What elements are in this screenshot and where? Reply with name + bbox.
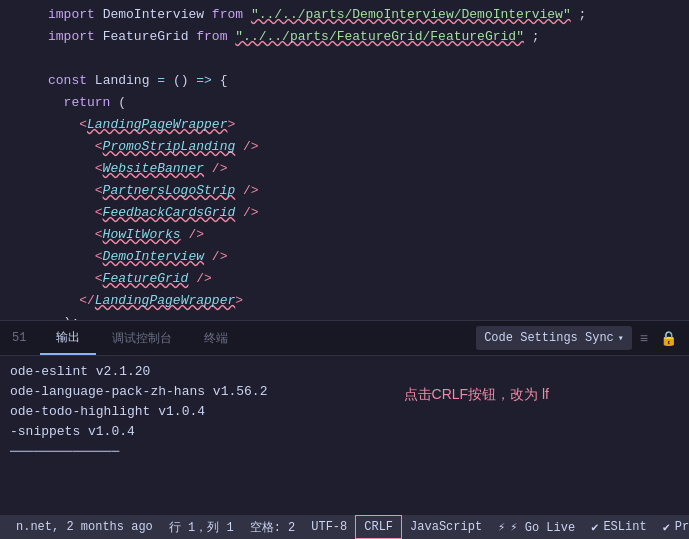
status-language[interactable]: JavaScript	[402, 515, 490, 539]
status-bar: n.net, 2 months ago 行 1，列 1 空格: 2 UTF-8 …	[0, 515, 689, 539]
lines-icon: ≡	[640, 330, 648, 346]
code-line: <HowItWorks />	[0, 224, 689, 246]
status-encoding[interactable]: UTF-8	[303, 515, 355, 539]
code-line: <PromoStripLanding />	[0, 136, 689, 158]
terminal-line: -snippets v1.0.4	[10, 422, 679, 442]
line-num-label: 51	[12, 331, 26, 345]
code-line: return (	[0, 92, 689, 114]
panel-lock-button[interactable]: 🔒	[656, 328, 681, 348]
panel-tabs: 51 输出 调试控制台 终端 Code Settings Sync ▾ ≡ 🔒	[0, 320, 689, 356]
code-line: );	[0, 312, 689, 320]
code-line: <LandingPageWrapper>	[0, 114, 689, 136]
code-line: </LandingPageWrapper>	[0, 290, 689, 312]
code-line: import DemoInterview from "../../parts/D…	[0, 4, 689, 26]
terminal-annotation: 点击CRLF按钮，改为 lf	[404, 386, 549, 404]
code-editor: import DemoInterview from "../../parts/D…	[0, 0, 689, 320]
status-git[interactable]: n.net, 2 months ago	[8, 515, 161, 539]
prettier-icon: ✔	[663, 520, 670, 535]
code-line-empty	[0, 48, 689, 70]
tab-terminal-label: 终端	[204, 330, 228, 347]
terminal-output: ode-eslint v2.1.20 ode-language-pack-zh-…	[0, 356, 689, 486]
panel-lines-button[interactable]: ≡	[636, 328, 652, 348]
status-indent[interactable]: 空格: 2	[242, 515, 304, 539]
status-prettier[interactable]: ✔ Prett...	[655, 515, 689, 539]
code-line: import FeatureGrid from "../../parts/Fea…	[0, 26, 689, 48]
terminal-line: ode-eslint v2.1.20	[10, 362, 679, 382]
go-live-icon: ⚡	[498, 520, 505, 535]
terminal-line: ──────────────	[10, 442, 679, 462]
panel-right-controls: Code Settings Sync ▾ ≡ 🔒	[476, 321, 689, 355]
code-line: const Landing = () => {	[0, 70, 689, 92]
panel-line-num: 51	[0, 321, 40, 355]
tab-debug[interactable]: 调试控制台	[96, 321, 188, 355]
status-go-live[interactable]: ⚡ ⚡ Go Live	[490, 515, 583, 539]
code-line: <PartnersLogoStrip />	[0, 180, 689, 202]
eslint-icon: ✔	[591, 520, 598, 535]
lock-icon: 🔒	[660, 330, 677, 346]
sync-dropdown-label: Code Settings Sync	[484, 331, 614, 345]
tab-output[interactable]: 输出	[40, 321, 96, 355]
code-line: <FeatureGrid />	[0, 268, 689, 290]
status-position[interactable]: 行 1，列 1	[161, 515, 242, 539]
terminal-line: ode-language-pack-zh-hans v1.56.2	[10, 382, 679, 402]
tab-debug-label: 调试控制台	[112, 330, 172, 347]
chevron-down-icon: ▾	[618, 332, 624, 344]
terminal-line: ode-todo-highlight v1.0.4	[10, 402, 679, 422]
status-line-ending[interactable]: CRLF	[355, 515, 402, 539]
tab-terminal[interactable]: 终端	[188, 321, 244, 355]
code-line: <FeedbackCardsGrid />	[0, 202, 689, 224]
tab-output-label: 输出	[56, 329, 80, 346]
code-line: <WebsiteBanner />	[0, 158, 689, 180]
sync-dropdown[interactable]: Code Settings Sync ▾	[476, 326, 632, 350]
status-eslint[interactable]: ✔ ESLint	[583, 515, 654, 539]
code-line: <DemoInterview />	[0, 246, 689, 268]
